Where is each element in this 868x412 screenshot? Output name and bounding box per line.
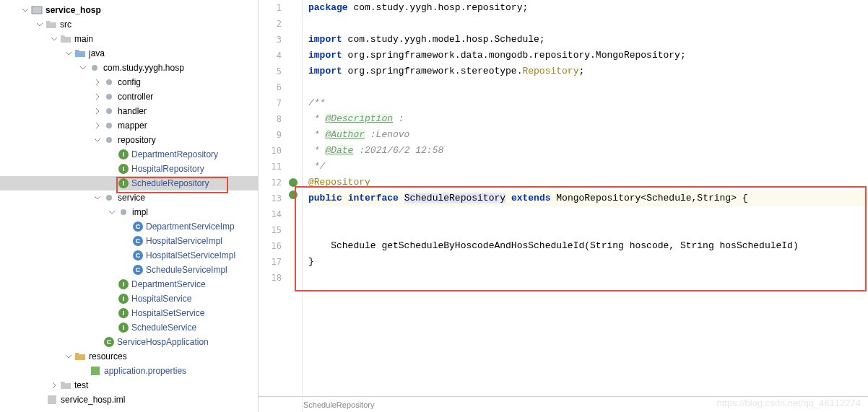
tree-label: com.study.yygh.hosp	[103, 63, 184, 73]
tree-label: java	[89, 48, 105, 58]
svg-point-5	[106, 123, 112, 128]
tree-node-svc-1[interactable]: I HospitalService	[0, 292, 258, 306]
tree-node-svc-0[interactable]: I DepartmentService	[0, 277, 258, 292]
tree-node-resources[interactable]: resources	[0, 349, 258, 364]
package-icon	[118, 206, 129, 218]
tree-label: HospitalSetServiceImpl	[146, 250, 235, 260]
tree-node-hosp-repo[interactable]: I HospitalRepository	[0, 162, 258, 176]
class-icon: C	[133, 222, 143, 232]
spring-bean-icon[interactable]	[289, 178, 298, 187]
tree-node-props[interactable]: application.properties	[0, 364, 258, 378]
code-content[interactable]: package com.study.yygh.hosp.repository; …	[303, 0, 868, 412]
tree-label: HospitalSetService	[131, 308, 204, 318]
project-tree[interactable]: service_hosp src main java com.study.yyg…	[0, 0, 259, 412]
tree-node-impl-2[interactable]: C HospitalSetServiceImpl	[0, 248, 258, 263]
tree-node-iml[interactable]: service_hosp.iml	[0, 393, 258, 407]
tree-node-handler[interactable]: handler	[0, 104, 258, 118]
spring-bean-icon[interactable]	[289, 190, 298, 199]
tree-label: mapper	[118, 120, 147, 131]
tree-node-impl-1[interactable]: C HospitalServiceImpl	[0, 234, 258, 248]
interface-icon: I	[118, 178, 129, 188]
tree-node-app[interactable]: C ServiceHospApplication	[0, 335, 258, 349]
svg-point-8	[121, 209, 126, 215]
chevron-down-icon[interactable]	[108, 209, 116, 216]
package-icon	[103, 134, 115, 146]
code-editor[interactable]: 123456789101112131415161718 package com.…	[259, 0, 868, 412]
chevron-down-icon[interactable]	[94, 194, 101, 201]
tree-node-impl-0[interactable]: C DepartmentServiceImp	[0, 219, 258, 234]
chevron-down-icon[interactable]	[65, 50, 72, 57]
class-run-icon: C	[104, 337, 114, 347]
line-numbers: 123456789101112131415161718	[259, 0, 287, 412]
tree-label: application.properties	[104, 366, 186, 376]
tree-node-repository[interactable]: repository	[0, 133, 258, 147]
gutter-icons	[287, 0, 302, 412]
tree-node-root[interactable]: service_hosp	[0, 3, 258, 17]
resource-folder-icon	[74, 351, 86, 362]
tree-node-controller[interactable]: controller	[0, 89, 258, 104]
tree-node-service[interactable]: service	[0, 190, 258, 205]
tree-node-sched-repo[interactable]: I ScheduleRepository	[0, 176, 258, 190]
tree-node-svc-3[interactable]: I ScheduleService	[0, 320, 258, 335]
chevron-down-icon[interactable]	[22, 6, 29, 14]
tree-node-impl-3[interactable]: C ScheduleServiceImpl	[0, 263, 258, 277]
tree-label: service_hosp	[45, 5, 101, 15]
tree-label: test	[74, 380, 88, 390]
package-icon	[103, 120, 115, 131]
tree-node-main[interactable]: main	[0, 32, 258, 46]
chevron-right-icon[interactable]	[94, 93, 101, 100]
tree-node-dept-repo[interactable]: I DepartmentRepository	[0, 147, 258, 162]
chevron-right-icon[interactable]	[51, 382, 58, 389]
interface-icon: I	[118, 308, 129, 318]
chevron-right-icon[interactable]	[94, 122, 101, 129]
tree-label: ScheduleServiceImpl	[146, 265, 227, 275]
tree-node-config[interactable]: config	[0, 75, 258, 89]
tree-label: DepartmentServiceImp	[146, 222, 235, 232]
interface-icon: I	[118, 279, 129, 289]
properties-icon	[90, 365, 101, 377]
tree-label: HospitalService	[131, 294, 191, 304]
breadcrumb-item[interactable]: ScheduleRepository	[303, 400, 374, 409]
tree-label: HospitalRepository	[131, 164, 204, 174]
chevron-down-icon[interactable]	[94, 136, 101, 144]
folder-icon	[60, 380, 71, 391]
package-icon	[103, 76, 115, 88]
chevron-right-icon[interactable]	[94, 108, 101, 115]
tree-node-mapper[interactable]: mapper	[0, 118, 258, 133]
tree-label: main	[74, 34, 93, 44]
iml-icon	[46, 394, 58, 406]
tree-node-package[interactable]: com.study.yygh.hosp	[0, 61, 258, 75]
chevron-down-icon[interactable]	[65, 353, 72, 360]
tree-label: ScheduleRepository	[131, 178, 209, 188]
tree-node-java[interactable]: java	[0, 46, 258, 61]
tree-node-impl[interactable]: impl	[0, 205, 258, 219]
svg-rect-9	[91, 367, 100, 375]
tree-label: src	[60, 19, 71, 30]
tree-label: HospitalServiceImpl	[146, 236, 222, 246]
tree-label: DepartmentRepository	[131, 149, 218, 159]
interface-icon: I	[118, 323, 129, 333]
chevron-right-icon[interactable]	[94, 79, 101, 86]
folder-icon	[60, 33, 71, 45]
chevron-down-icon[interactable]	[36, 21, 43, 28]
folder-icon	[45, 19, 57, 30]
chevron-down-icon[interactable]	[51, 35, 58, 43]
gutter: 123456789101112131415161718	[259, 0, 303, 412]
svg-point-7	[106, 195, 112, 201]
tree-label: ServiceHospApplication	[117, 337, 209, 347]
breadcrumb-bar: ScheduleRepository	[259, 396, 868, 412]
class-icon: C	[133, 250, 143, 260]
package-icon	[103, 192, 115, 203]
tree-node-src[interactable]: src	[0, 17, 258, 32]
interface-icon: I	[118, 149, 129, 159]
svg-point-4	[106, 108, 112, 114]
tree-node-svc-2[interactable]: I HospitalSetService	[0, 306, 258, 320]
svg-point-6	[106, 137, 112, 143]
tree-label: ScheduleService	[131, 323, 196, 333]
tree-label: service	[118, 193, 145, 203]
chevron-down-icon[interactable]	[79, 64, 87, 71]
svg-point-2	[106, 79, 112, 85]
tree-node-test[interactable]: test	[0, 378, 258, 393]
tree-label: config	[118, 77, 141, 87]
package-icon	[89, 62, 100, 74]
